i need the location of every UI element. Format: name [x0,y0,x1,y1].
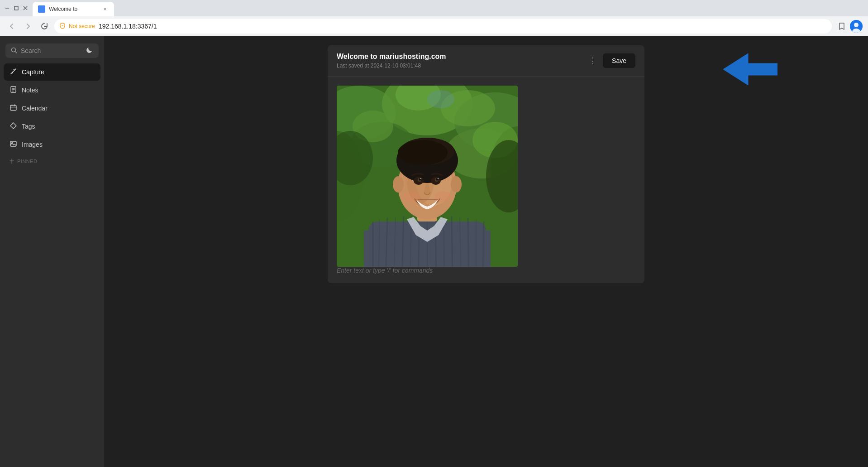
svg-point-36 [427,90,454,108]
sidebar-item-notes[interactable]: Notes [4,82,100,99]
svg-point-62 [398,140,448,165]
images-label: Images [22,141,43,148]
note-editor: Welcome to mariushosting.com Last saved … [328,45,644,283]
tab-favicon [38,5,45,13]
sidebar-item-capture[interactable]: Capture [4,63,100,81]
security-text: Not secure [69,23,95,29]
app-container: Capture Notes Calendar Tags [0,36,868,467]
security-icon [60,23,65,30]
svg-rect-14 [10,106,16,111]
close-button[interactable] [22,5,29,12]
back-button[interactable] [5,20,18,33]
svg-point-74 [393,176,404,193]
svg-line-54 [483,221,484,267]
svg-line-48 [435,215,436,267]
images-icon [9,140,17,149]
search-wrapper[interactable] [5,43,99,58]
tags-label: Tags [22,123,35,130]
pinned-section-label: PINNED [0,153,104,166]
active-tab[interactable]: Welcome to × [33,2,114,16]
address-bar[interactable]: Not secure 192.168.1.18:3367/1 [54,19,832,34]
note-placeholder[interactable]: Enter text or type '/' for commands [337,267,635,274]
minimize-button[interactable] [4,5,11,12]
capture-icon [9,68,17,76]
sidebar: Capture Notes Calendar Tags [0,36,104,467]
svg-point-72 [403,191,420,202]
theme-toggle-icon[interactable] [86,46,93,55]
search-icon [11,47,17,55]
search-container [0,42,104,63]
svg-point-70 [438,178,439,179]
note-header: Welcome to mariushosting.com Last saved … [328,45,644,77]
note-image [337,86,518,267]
sidebar-navigation: Capture Notes Calendar Tags [0,63,104,153]
main-content: Welcome to mariushosting.com Last saved … [104,36,868,467]
svg-line-50 [452,216,453,267]
pinned-label: PINNED [17,159,38,164]
notes-icon [9,86,17,94]
tags-icon [9,122,17,130]
note-body: Enter text or type '/' for commands [328,77,644,283]
profile-avatar[interactable] [850,20,863,33]
calendar-label: Calendar [22,105,48,112]
browser-tabs: Welcome to × [33,0,864,16]
svg-point-6 [854,23,858,27]
capture-label: Capture [22,68,44,76]
sidebar-item-calendar[interactable]: Calendar [4,100,100,117]
note-title-area: Welcome to mariushosting.com Last saved … [337,53,582,69]
note-last-saved: Last saved at 2024-12-10 03:01:48 [337,63,582,69]
toolbar-actions [835,20,863,33]
url-text: 192.168.1.18:3367/1 [99,23,157,30]
note-title: Welcome to mariushosting.com [337,53,582,61]
calendar-icon [9,104,17,112]
more-options-button[interactable]: ⋮ [587,55,599,67]
refresh-button[interactable] [38,20,51,33]
sidebar-item-images[interactable]: Images [4,136,100,153]
svg-point-75 [451,176,462,193]
forward-button[interactable] [22,20,34,33]
browser-chrome: Welcome to × Not secure 192.168.1.18:336… [0,0,868,36]
person-image-svg [337,86,518,267]
svg-line-52 [468,218,469,267]
bookmark-button[interactable] [835,20,848,33]
svg-rect-1 [14,6,18,10]
maximize-button[interactable] [13,5,20,12]
svg-point-69 [420,178,421,179]
svg-point-73 [435,191,451,202]
save-button[interactable]: Save [603,53,635,68]
tab-title: Welcome to [49,6,98,12]
sidebar-item-tags[interactable]: Tags [4,118,100,135]
svg-line-9 [15,51,17,53]
svg-marker-18 [10,123,16,129]
browser-toolbar: Not secure 192.168.1.18:3367/1 [0,16,868,36]
notes-label: Notes [22,87,38,94]
note-actions: ⋮ Save [587,53,635,68]
browser-title-bar: Welcome to × [0,0,868,16]
window-controls [4,5,29,12]
tab-close-button[interactable]: × [101,5,109,13]
search-input[interactable] [21,47,82,54]
